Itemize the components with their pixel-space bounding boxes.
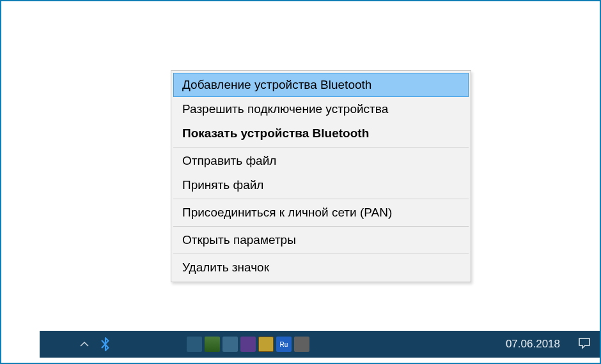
menu-item-open-settings[interactable]: Открыть параметры	[173, 228, 469, 252]
tray-app-icon[interactable]	[205, 337, 220, 352]
menu-item-remove-icon[interactable]: Удалить значок	[173, 255, 469, 280]
taskbar-app-icons: Ru	[187, 331, 309, 358]
tray-app-icon[interactable]	[222, 337, 238, 352]
tray-app-icon[interactable]	[240, 337, 256, 352]
menu-item-show-bluetooth-devices[interactable]: Показать устройства Bluetooth	[173, 121, 469, 146]
tray-app-icon[interactable]	[258, 337, 274, 352]
menu-item-receive-file[interactable]: Принять файл	[173, 173, 469, 197]
menu-separator	[173, 199, 469, 199]
bluetooth-tray-icon[interactable]	[98, 335, 113, 353]
tray-app-icon[interactable]	[294, 337, 309, 352]
menu-item-allow-device-connection[interactable]: Разрешить подключение устройства	[173, 97, 469, 121]
taskbar-tray	[40, 335, 113, 354]
tray-expand-chevron-icon[interactable]	[77, 335, 92, 354]
taskbar-right: 07.06.2018	[497, 331, 600, 358]
menu-item-join-pan[interactable]: Присоединиться к личной сети (PAN)	[173, 201, 469, 225]
language-indicator[interactable]: Ru	[276, 337, 292, 352]
menu-item-add-bluetooth-device[interactable]: Добавление устройства Bluetooth	[173, 73, 469, 97]
menu-separator	[173, 254, 469, 254]
taskbar-date[interactable]: 07.06.2018	[497, 338, 569, 351]
menu-separator	[173, 226, 469, 227]
bluetooth-context-menu: Добавление устройства Bluetooth Разрешит…	[171, 70, 471, 282]
action-center-icon[interactable]	[569, 337, 600, 352]
desktop: Добавление устройства Bluetooth Разрешит…	[1, 1, 600, 363]
menu-separator	[173, 147, 469, 148]
menu-item-send-file[interactable]: Отправить файл	[173, 149, 469, 173]
taskbar: Ru 07.06.2018	[40, 331, 600, 358]
tray-app-icon[interactable]	[187, 337, 202, 352]
